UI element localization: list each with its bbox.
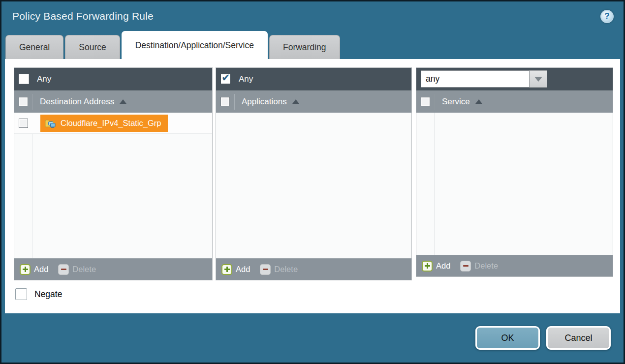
add-button[interactable]: Add: [221, 264, 250, 275]
delete-label: Delete: [72, 265, 96, 274]
table-row: Cloudflare_IPv4_Static_Grp: [14, 113, 212, 134]
dialog-title: Policy Based Forwarding Rule: [12, 10, 154, 22]
policy-based-forwarding-rule-dialog: Policy Based Forwarding Rule ? General S…: [0, 0, 625, 364]
service-column-label: Service: [442, 97, 470, 107]
destination-list: Cloudflare_IPv4_Static_Grp: [14, 113, 212, 258]
tab-content: Any Destination Address: [5, 59, 620, 313]
applications-column-label: Applications: [242, 97, 287, 107]
columns-container: Any Destination Address: [14, 67, 620, 280]
destination-column-label: Destination Address: [40, 97, 114, 107]
minus-icon: [260, 264, 271, 275]
applications-footer: Add Delete: [216, 258, 411, 280]
address-group-icon: [45, 119, 56, 128]
service-column-header[interactable]: Service: [416, 91, 613, 113]
add-button[interactable]: Add: [422, 261, 450, 272]
tab-bar: General Source Destination/Application/S…: [1, 31, 624, 59]
service-dropdown: any: [421, 70, 547, 88]
tab-destination-application-service[interactable]: Destination/Application/Service: [122, 31, 268, 59]
service-panel: any Service Add: [416, 67, 613, 277]
minus-icon: [460, 261, 471, 272]
delete-label: Delete: [274, 265, 298, 274]
add-label: Add: [34, 265, 48, 274]
negate-checkbox[interactable]: [15, 288, 27, 300]
tab-source[interactable]: Source: [65, 35, 120, 59]
sort-asc-icon: [475, 99, 482, 104]
column-divider: [435, 94, 435, 110]
ok-button[interactable]: OK: [475, 326, 540, 350]
service-footer: Add Delete: [416, 255, 613, 276]
select-all-cell: [416, 97, 435, 106]
negate-row: Negate: [14, 288, 620, 300]
delete-button[interactable]: Delete: [58, 264, 96, 275]
tab-general[interactable]: General: [5, 35, 63, 59]
help-icon[interactable]: ?: [600, 10, 614, 23]
add-label: Add: [236, 265, 250, 274]
destination-any-header: Any: [14, 68, 212, 91]
applications-column-header[interactable]: Applications: [216, 91, 411, 113]
negate-label: Negate: [34, 289, 62, 300]
add-button[interactable]: Add: [20, 264, 48, 275]
plus-icon: [221, 264, 232, 275]
select-all-cell: [216, 97, 234, 106]
chevron-down-icon[interactable]: [530, 70, 547, 88]
applications-select-all-checkbox[interactable]: [220, 97, 230, 106]
applications-panel: Any Applications Add Delete: [216, 67, 412, 280]
add-label: Add: [436, 261, 450, 271]
destination-footer: Add Delete: [14, 258, 212, 280]
delete-button[interactable]: Delete: [460, 261, 498, 272]
service-select-all-checkbox[interactable]: [421, 97, 430, 106]
delete-button[interactable]: Delete: [260, 264, 298, 275]
address-group-item[interactable]: Cloudflare_IPv4_Static_Grp: [40, 115, 168, 132]
column-divider: [234, 94, 235, 110]
destination-address-panel: Any Destination Address: [14, 67, 213, 280]
applications-list: [216, 113, 411, 258]
plus-icon: [20, 264, 31, 275]
delete-label: Delete: [474, 261, 498, 271]
destination-column-header[interactable]: Destination Address: [14, 91, 212, 113]
address-group-name: Cloudflare_IPv4_Static_Grp: [61, 119, 161, 128]
minus-icon: [58, 264, 69, 275]
sort-asc-icon: [292, 99, 299, 104]
applications-any-checkbox[interactable]: [220, 74, 231, 84]
destination-select-all-checkbox[interactable]: [19, 97, 28, 106]
destination-any-label: Any: [37, 74, 51, 84]
service-dropdown-header: any: [416, 68, 613, 91]
applications-any-header: Any: [216, 68, 411, 91]
service-list: [416, 113, 613, 255]
sort-asc-icon: [120, 99, 126, 104]
service-dropdown-value[interactable]: any: [421, 70, 530, 88]
dialog-titlebar: Policy Based Forwarding Rule ?: [1, 1, 624, 31]
cancel-button[interactable]: Cancel: [546, 326, 611, 350]
row-checkbox[interactable]: [19, 119, 28, 128]
dialog-footer: OK Cancel: [1, 313, 624, 363]
tab-forwarding[interactable]: Forwarding: [269, 35, 340, 59]
plus-icon: [422, 261, 433, 272]
destination-any-checkbox[interactable]: [19, 74, 29, 84]
select-all-cell: [14, 97, 32, 106]
column-divider: [32, 94, 33, 110]
applications-any-label: Any: [239, 74, 253, 84]
